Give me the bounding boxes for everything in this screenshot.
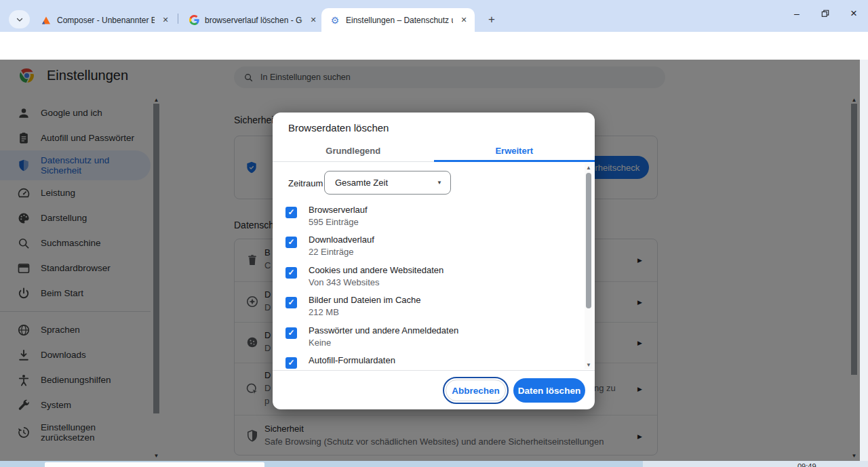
settings-gear-icon: ⚙ — [330, 15, 340, 26]
item-detail: 595 Einträge — [309, 217, 359, 227]
window-controls: – × — [783, 0, 868, 27]
time-range-select[interactable]: Gesamte Zeit ▼ — [324, 171, 451, 195]
tab-google-search[interactable]: browserverlauf löschen - Googl ✕ — [180, 8, 324, 32]
tab-divider — [178, 14, 178, 24]
dropdown-caret-icon: ▼ — [437, 180, 442, 186]
tab-close-icon[interactable]: ✕ — [160, 16, 171, 24]
tab-title: Composer - Unbenannter Beitra — [57, 16, 155, 25]
item-download-history[interactable]: Downloadverlauf 22 Einträge — [273, 235, 571, 264]
restore-icon — [821, 9, 829, 18]
item-label: Passwörter und andere Anmeldedaten — [309, 325, 458, 336]
dialog-tabs: Grundlegend Erweitert — [273, 141, 595, 162]
window-scroll-gutter — [860, 60, 868, 461]
tab-composer[interactable]: Composer - Unbenannter Beitra ✕ — [33, 8, 176, 32]
dialog-scroll-area: Zeitraum Gesamte Zeit ▼ Browserverlauf 5… — [273, 162, 595, 370]
taskbar-tray-area — [643, 461, 868, 467]
new-tab-button[interactable]: + — [483, 11, 500, 28]
checkbox-checked[interactable] — [285, 357, 297, 369]
item-cached-images[interactable]: Bilder und Dateien im Cache 212 MB — [273, 295, 571, 325]
item-label: Autofill-Formulardaten — [309, 355, 395, 365]
taskbar-clock: 09:49 — [797, 462, 816, 467]
close-window-button[interactable]: × — [840, 0, 868, 27]
cancel-button[interactable]: Abbrechen — [446, 380, 506, 401]
item-detail: 212 MB — [309, 307, 339, 317]
toolbar: ← → Chrome chrome://settings/clearBrowse… — [0, 32, 868, 60]
item-cookies[interactable]: Cookies und andere Websitedaten Von 343 … — [273, 265, 571, 295]
item-detail: Von 343 Websites — [309, 277, 380, 287]
tab-strip: Composer - Unbenannter Beitra ✕ browserv… — [0, 0, 868, 32]
item-detail: Keine — [309, 338, 331, 348]
composer-favicon-icon — [41, 15, 52, 26]
tab-advanced[interactable]: Erweitert — [434, 141, 595, 161]
clear-browsing-data-dialog: Browserdaten löschen Grundlegend Erweite… — [273, 113, 595, 409]
minimize-button[interactable]: – — [783, 0, 811, 27]
tab-close-icon[interactable]: ✕ — [308, 16, 319, 24]
time-range-label: Zeitraum — [288, 178, 323, 188]
checkbox-checked[interactable] — [285, 267, 297, 279]
dialog-scrollbar[interactable]: ▲ ▼ — [585, 163, 593, 369]
item-label: Downloadverlauf — [309, 235, 374, 245]
checkbox-checked[interactable] — [285, 297, 297, 308]
checkbox-checked[interactable] — [285, 327, 297, 339]
tab-basic[interactable]: Grundlegend — [273, 141, 434, 161]
taskbar-search-box[interactable] — [45, 462, 264, 467]
dialog-title: Browserdaten löschen — [288, 122, 389, 134]
tab-settings[interactable]: ⚙ Einstellungen – Datenschutz un ✕ — [321, 8, 475, 32]
scroll-up-icon[interactable]: ▲ — [585, 165, 593, 171]
tab-title: browserverlauf löschen - Googl — [205, 16, 302, 25]
item-browsing-history[interactable]: Browserverlauf 595 Einträge — [273, 205, 571, 235]
checkbox-checked[interactable] — [285, 207, 297, 218]
tab-close-icon[interactable]: ✕ — [458, 16, 469, 24]
restore-button[interactable] — [811, 0, 840, 27]
google-favicon-icon — [189, 15, 199, 26]
checkbox-checked[interactable] — [285, 237, 297, 248]
item-label: Bilder und Dateien im Cache — [309, 295, 420, 305]
settings-page: Einstellungen In Einstellungen suchen Go… — [0, 60, 868, 461]
item-passwords[interactable]: Passwörter und andere Anmeldedaten Keine — [273, 325, 571, 355]
cancel-focus-ring: Abbrechen — [443, 377, 509, 404]
tab-title: Einstellungen – Datenschutz un — [346, 16, 453, 25]
item-label: Cookies und andere Websitedaten — [309, 265, 443, 275]
dialog-footer: Abbrechen Daten löschen — [273, 370, 595, 409]
time-range-value: Gesamte Zeit — [335, 178, 388, 188]
chevron-down-icon — [16, 16, 24, 24]
item-autofill[interactable]: Autofill-Formulardaten — [273, 355, 571, 370]
item-detail: 22 Einträge — [309, 247, 354, 257]
scroll-down-icon[interactable]: ▼ — [585, 362, 593, 368]
clear-data-button[interactable]: Daten löschen — [513, 378, 585, 403]
browser-window: Composer - Unbenannter Beitra ✕ browserv… — [0, 0, 868, 467]
scrollbar-thumb[interactable] — [586, 173, 591, 308]
item-label: Browserverlauf — [309, 205, 368, 215]
tab-search-button[interactable] — [9, 10, 30, 28]
windows-taskbar-edge: 09:49 — [0, 461, 868, 467]
